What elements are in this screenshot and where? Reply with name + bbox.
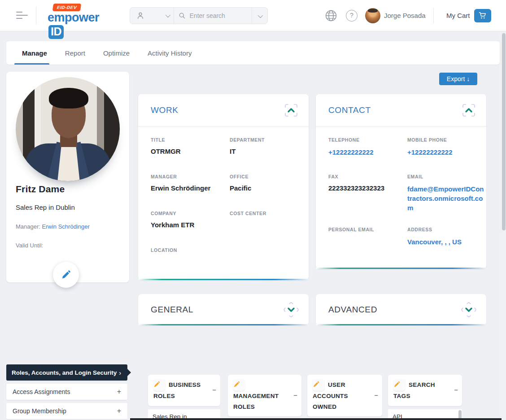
field-fax: FAX222332323232323: [328, 174, 404, 212]
section-divider: [130, 418, 506, 420]
search-input[interactable]: [190, 12, 248, 19]
field-cost-center: COST CENTER: [230, 211, 305, 233]
advanced-expand-button[interactable]: [461, 302, 476, 317]
profile-photo: [16, 77, 120, 181]
help-icon[interactable]: ?: [346, 10, 358, 22]
telephone-link[interactable]: +12222222222: [328, 147, 406, 157]
contact-panel: CONTACT TELEPHONE+12222222222 MOBILE PHO…: [316, 94, 486, 269]
edit-pencil-button[interactable]: [393, 379, 405, 391]
profile-manager: Manager: Erwin Schrödinger: [16, 223, 90, 230]
manager-label: Manager:: [16, 223, 40, 230]
address-link[interactable]: Vancouver, , , US: [407, 237, 484, 247]
contact-panel-title: CONTACT: [328, 105, 371, 115]
manager-link[interactable]: Erwin Schrödinger: [42, 223, 90, 230]
edit-pencil-button[interactable]: [313, 379, 324, 391]
panel-gradient-edge: [138, 279, 309, 280]
tab-activity-history[interactable]: Activity History: [148, 49, 192, 57]
section-tabs: Manage Report Optimize Activity History: [6, 41, 500, 65]
business-roles-panel: BUSINESS ROLES − Sales Rep in: [148, 375, 220, 420]
edit-pencil-button[interactable]: [233, 379, 245, 391]
chevron-up-icon: [466, 109, 471, 112]
work-collapse-button[interactable]: [284, 103, 299, 118]
field-address: ADDRESSVancouver, , , US: [407, 227, 483, 249]
field-title: TITLEOTRMGR: [151, 137, 226, 160]
caret-right-icon: ›: [119, 369, 121, 377]
tab-report[interactable]: Report: [65, 49, 85, 57]
chevron-down-icon: [466, 308, 471, 311]
brand-text: empowerID: [48, 11, 115, 39]
export-button[interactable]: Export ↓: [439, 73, 477, 85]
corner-brackets-icon: [284, 302, 299, 317]
cart-button[interactable]: [474, 9, 491, 22]
brand-id-box: ID: [48, 25, 64, 39]
plus-icon: +: [117, 407, 121, 415]
edit-pencil-button[interactable]: [153, 379, 165, 391]
access-assignments-label: Access Assignments: [13, 388, 70, 395]
search-options-dropdown[interactable]: [252, 12, 267, 20]
panel-gradient-edge: [316, 324, 486, 325]
general-expand-button[interactable]: [284, 302, 299, 317]
user-name[interactable]: Jorge Posada: [384, 12, 426, 19]
download-arrow-icon: ↓: [467, 75, 470, 82]
collapse-minus-icon[interactable]: −: [212, 386, 216, 394]
email-link[interactable]: fdame@EmpowerIDContractors.onmicrosoft.c…: [407, 184, 484, 212]
pencil-icon: [153, 381, 160, 388]
empowerid-logo[interactable]: EID-DEV empowerID: [48, 3, 115, 29]
advanced-panel: ADVANCED: [316, 294, 486, 325]
corner-brackets-icon: [285, 104, 297, 116]
field-telephone: TELEPHONE+12222222222: [328, 137, 404, 160]
pencil-icon: [233, 381, 240, 388]
work-panel-title: WORK: [151, 105, 179, 115]
app-header: EID-DEV empowerID ?: [0, 0, 506, 31]
security-nav-label: Roles, Accounts, and Login Security: [12, 369, 117, 376]
field-mobile-phone: MOBILE PHONE+12222222222: [407, 137, 483, 160]
menu-icon[interactable]: [16, 12, 28, 19]
chevron-up-icon: [288, 109, 294, 112]
collapse-minus-icon[interactable]: −: [454, 386, 458, 394]
field-company: COMPANYYorkham ETR: [151, 211, 226, 233]
plus-icon: +: [117, 388, 121, 396]
search-scope-dropdown[interactable]: [130, 12, 174, 20]
mobile-phone-link[interactable]: +12222222222: [407, 147, 484, 157]
page-scrollbar-thumb[interactable]: [502, 33, 506, 230]
field-location: LOCATION: [151, 247, 226, 270]
nav-roles-accounts-login-security[interactable]: Roles, Accounts, and Login Security ›: [6, 364, 127, 381]
contact-collapse-button[interactable]: [461, 103, 476, 118]
field-personal-email: PERSONAL EMAIL: [328, 227, 404, 249]
pencil-icon: [393, 381, 400, 388]
advanced-panel-title: ADVANCED: [328, 305, 377, 315]
valid-until-label: Valid Until:: [16, 242, 43, 249]
tab-manage[interactable]: Manage: [22, 49, 47, 57]
my-cart-label[interactable]: My Cart: [446, 12, 470, 19]
chevron-down-icon: [288, 308, 294, 311]
panel-gradient-edge: [316, 268, 486, 269]
field-office: OFFICEPacific: [230, 174, 305, 196]
field-email: EMAILfdame@EmpowerIDContractors.onmicros…: [407, 174, 483, 212]
person-icon: [136, 12, 144, 20]
cart-icon: [479, 12, 487, 19]
search-input-wrap: [174, 12, 252, 19]
eid-dev-badge: EID-DEV: [52, 4, 81, 11]
nav-access-assignments[interactable]: Access Assignments +: [6, 384, 127, 400]
header-divider: [433, 8, 434, 23]
collapse-minus-icon[interactable]: −: [374, 391, 378, 399]
user-accounts-owned-panel: USER ACCOUNTS OWNED −: [307, 375, 382, 420]
collapse-minus-icon[interactable]: −: [293, 391, 297, 399]
help-glyph: ?: [350, 12, 353, 19]
management-roles-panel: MANAGEMENT ROLES −: [228, 375, 301, 420]
user-avatar[interactable]: [365, 8, 380, 23]
chevron-down-icon: [165, 13, 170, 17]
chevron-down-icon: [257, 13, 262, 18]
profile-name: Fritz Dame: [16, 184, 65, 195]
active-tab-indicator: [14, 63, 49, 65]
management-roles-title: MANAGEMENT ROLES: [233, 393, 279, 410]
search-tags-panel: SEARCH TAGS − API: [388, 375, 462, 420]
field-department: DEPARTMENTIT: [230, 137, 305, 160]
edit-profile-button[interactable]: [53, 262, 79, 288]
panel-gradient-edge: [138, 324, 309, 325]
tab-optimize[interactable]: Optimize: [103, 49, 130, 57]
globe-icon[interactable]: [325, 10, 337, 22]
nav-group-membership[interactable]: Group Membership +: [6, 403, 127, 419]
group-membership-label: Group Membership: [13, 407, 66, 415]
corner-brackets-icon: [461, 302, 476, 317]
